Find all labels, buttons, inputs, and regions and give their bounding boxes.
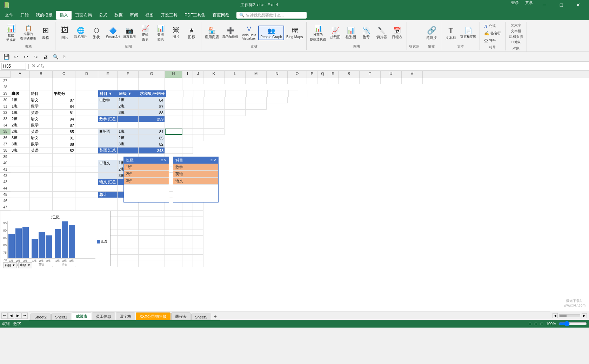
cell-T27[interactable] [360,78,381,84]
menu-data[interactable]: 数据 [111,11,126,20]
cell-B44[interactable] [30,185,53,192]
logic-chart-btn[interactable]: 📈 逻辑图表 [138,24,153,42]
row-header-27[interactable]: 27 [0,78,11,84]
scrollbar-thumb[interactable] [560,315,567,317]
undo-btn[interactable]: ↩ [12,53,20,61]
cell-J49[interactable] [193,217,203,223]
cell-C32[interactable]: 81 [53,110,75,116]
cell-D33[interactable] [75,116,98,122]
cell-G28[interactable] [139,84,165,90]
data-chart-btn[interactable]: 📊 数据图表 [153,24,168,42]
slicer-filter-icon[interactable]: ≡ [161,158,163,162]
cell-D35[interactable] [75,129,98,135]
cell-D36[interactable] [75,135,98,141]
cell-G53[interactable] [139,242,165,248]
cell-H47[interactable] [165,204,182,211]
cell-I30[interactable] [182,97,193,103]
col-K[interactable]: K [203,71,225,78]
maximize-btn[interactable]: □ [553,0,569,10]
cell-reference-input[interactable] [1,63,26,70]
cell-A28[interactable] [11,84,30,90]
sheet-nav-first[interactable]: ⇤ [1,313,8,319]
cell-B39[interactable] [30,154,53,160]
sheet-nav-last[interactable]: ⇥ [21,313,28,319]
cell-K33[interactable] [203,116,225,122]
cell-I48[interactable] [182,211,193,217]
cell-J36[interactable] [193,135,203,141]
cell-B38[interactable]: 英语 [30,147,53,154]
slicer-subject-clear-icon[interactable]: ✕ [213,158,216,162]
cell-E40[interactable]: ⊟语文 [98,160,118,166]
cell-H31[interactable] [165,103,182,110]
cell-J31[interactable] [193,103,203,110]
row-header-29[interactable]: 29 [0,90,11,97]
cell-K30[interactable] [203,97,225,103]
cell-F51[interactable] [118,229,139,236]
col-T[interactable]: T [360,71,381,78]
menu-formulas[interactable]: 公式 [95,11,111,20]
slicer-subject-item-english[interactable]: 英语 [173,171,218,178]
cell-A42[interactable] [11,173,30,179]
scroll-right-btn[interactable]: ▶ [582,313,587,318]
cell-F34[interactable] [118,122,139,129]
cell-G29[interactable]: 求和项:平均分 [139,90,166,97]
my-addins-btn[interactable]: ➕ 我的加载项 [221,26,240,40]
textbox-btn[interactable]: T 文本框 [443,25,458,41]
cell-B42[interactable] [30,173,53,179]
cell-F53[interactable] [118,242,139,248]
cell-E38-total[interactable]: 英语 汇总 [98,147,118,154]
cell-D44[interactable] [75,185,98,192]
cell-F52[interactable] [118,236,139,242]
formula-input[interactable] [46,64,588,69]
row-header-47[interactable]: 47 [0,204,11,211]
pivot-table-btn[interactable]: 📊 数据透视表 [4,23,18,43]
col-E[interactable]: E [98,71,118,78]
bar-chart-btn[interactable]: 📊 柱形图 [343,26,358,40]
cell-F48[interactable] [118,211,139,217]
col-D[interactable]: D [75,71,98,78]
sheet-tab-employees[interactable]: 员工信息 [92,313,115,320]
cell-A31[interactable]: 1班 [11,103,30,110]
menu-baidu[interactable]: 百度网盘 [209,11,233,20]
sheet-tab-sheet2[interactable]: Sheet2 [31,314,51,320]
cell-E42[interactable] [98,173,118,179]
menu-insert[interactable]: 插入 [56,11,72,20]
cell-C27[interactable] [53,78,75,84]
cell-J50[interactable] [193,223,203,229]
cell-K29[interactable] [205,90,226,97]
close-btn[interactable]: ✕ [570,0,586,10]
cell-K27[interactable] [203,78,225,84]
cell-D42[interactable] [75,173,98,179]
cell-E33[interactable]: 数学 汇总 [98,116,118,122]
cell-E37[interactable] [98,141,118,147]
cell-E30[interactable]: ⊟数学 [98,97,118,103]
cell-O27[interactable] [288,78,307,84]
cell-I52[interactable] [182,236,193,242]
cell-A45[interactable] [11,192,30,198]
cell-I47[interactable] [182,204,193,211]
cell-G51[interactable] [139,229,165,236]
cell-J55[interactable] [193,255,203,261]
object-btn[interactable]: 艺术字 文本框 层和页脚 □ 对象 [508,22,524,45]
cell-E32[interactable] [98,110,118,116]
cell-C34[interactable]: 87 [53,122,75,129]
cell-E46[interactable] [98,198,118,204]
cell-B28[interactable] [30,84,53,90]
cell-E44[interactable] [98,185,118,192]
cell-E39[interactable] [98,154,118,160]
cell-J51[interactable] [193,229,203,236]
zoom-slider[interactable] [559,321,587,327]
cell-C29[interactable]: 平均分 [53,90,75,97]
print-preview-btn[interactable]: 🖨 [41,53,50,61]
cell-G56[interactable] [139,261,165,267]
cell-A47[interactable] [11,204,30,211]
cell-H56[interactable] [165,261,182,267]
cell-A39[interactable] [11,154,30,160]
cell-D43[interactable] [75,179,98,185]
cell-L32[interactable] [225,110,246,116]
row-header-38[interactable]: 38 [0,147,11,154]
cell-V27[interactable] [402,78,423,84]
cell-A27[interactable] [11,78,30,84]
cell-C39[interactable] [53,154,75,160]
cell-H48[interactable] [165,211,182,217]
